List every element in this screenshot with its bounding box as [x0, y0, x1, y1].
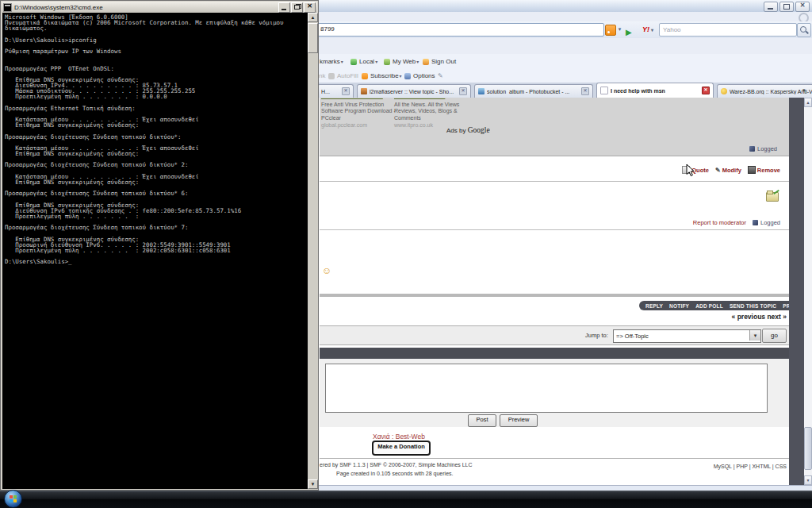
start-button[interactable] [4, 490, 22, 508]
tab-l2mafiaserver[interactable]: l2mafiaserver :: View topic - Sho... [357, 84, 471, 98]
page-scrollbar[interactable]: ▲ ▼ [804, 98, 812, 485]
tab-i-need-help-with-msn[interactable]: I need help with msn [596, 83, 714, 98]
tab-photobucket[interactable]: solution_album - Photobucket - ... [474, 84, 593, 98]
restore-icon[interactable] [291, 2, 303, 13]
subscribe-button[interactable]: Subscribe [362, 72, 402, 79]
ad-right[interactable]: Virus Removal Tool All the News. All the… [394, 98, 477, 129]
select-dropdown-icon[interactable] [749, 330, 760, 341]
ads-by-google-label[interactable]: Ads by Google [446, 126, 490, 134]
report-to-moderator-link[interactable]: Report to moderator [693, 219, 746, 226]
ad-title-link[interactable]: Virus Removal Tool [394, 98, 477, 100]
close-icon[interactable] [304, 2, 316, 13]
minimize-icon[interactable] [278, 2, 290, 13]
bookmarks-menu[interactable]: kmarks [320, 58, 343, 65]
powered-by-text: ered by SMF 1.1.3 | SMF © 2006-2007, Sim… [320, 462, 473, 468]
cmd-titlebar[interactable]: D:\Windows\system32\cmd.exe [2, 2, 317, 13]
google-logo: Google [468, 126, 490, 134]
post-divider [320, 156, 789, 156]
address-dropdown-icon[interactable] [616, 24, 623, 35]
sign-out-button[interactable]: Sign Out [423, 58, 456, 65]
mouse-cursor [685, 164, 695, 178]
my-web-icon [384, 59, 390, 65]
scroll-up-icon[interactable]: ▲ [804, 98, 812, 107]
options-button[interactable]: Options [404, 72, 435, 79]
post-divider [320, 181, 789, 182]
smiley-emoticon [322, 265, 331, 276]
subscribe-rss-icon [362, 73, 368, 79]
footer-divider [320, 458, 789, 459]
post-footer-links: Report to moderator Logged [320, 219, 780, 226]
page-side-border [789, 98, 804, 485]
cmd-icon [3, 3, 12, 12]
close-icon[interactable] [795, 2, 810, 12]
reply-button[interactable]: REPLY [645, 303, 663, 309]
preview-button[interactable]: Preview [500, 414, 538, 427]
autofill-icon [328, 73, 335, 79]
search-magnifier-icon[interactable] [797, 23, 811, 37]
ad-body: Free Anti Virus Protection Software Prog… [321, 102, 396, 121]
tab-close-icon[interactable] [342, 87, 350, 95]
post-button[interactable]: Post [468, 414, 496, 427]
yahoo-search-input[interactable]: Yahoo [659, 23, 797, 37]
cmd-output: Microsoft Windows [Έκδοση 6.0.6000] Πνευ… [5, 14, 284, 265]
l2mafiaserver-favicon [361, 88, 367, 94]
warez-bb-favicon [721, 88, 727, 94]
scrollbar-thumb[interactable] [308, 23, 318, 53]
logged-indicator: Logged [749, 145, 777, 152]
photobucket-favicon [478, 88, 485, 94]
ad-body: All the News. All the Views Reviews, Vid… [394, 102, 459, 121]
scroll-down-icon[interactable]: ▼ [804, 475, 812, 485]
rss-feed-icon[interactable] [605, 25, 616, 36]
scroll-up-icon[interactable]: ▲ [308, 13, 318, 22]
modify-link[interactable]: Modify [715, 167, 741, 174]
scroll-down-icon[interactable]: ▼ [308, 479, 318, 489]
site-link[interactable]: Χανιά : Best-Web [373, 433, 425, 441]
autofill-button[interactable]: AutoFill [328, 72, 358, 79]
edit-pencil-icon[interactable] [438, 72, 443, 79]
window-controls [764, 2, 810, 12]
tab-close-icon[interactable] [702, 87, 710, 94]
cmd-window[interactable]: D:\Windows\system32\cmd.exe Microsoft Wi… [0, 0, 319, 491]
remove-icon [748, 166, 756, 174]
jump-to-label: Jump to: [585, 332, 608, 339]
logged-icon [749, 146, 755, 152]
ad-left[interactable]: Free Anti Virus PCclear Free Anti Virus … [321, 98, 404, 129]
jump-to-select[interactable]: => Off-Topic [613, 329, 761, 343]
section-divider [320, 294, 789, 297]
restore-icon[interactable] [779, 2, 794, 12]
go-button[interactable] [626, 24, 638, 36]
tab-close-icon[interactable] [581, 87, 589, 95]
pagination-links[interactable]: « previous next » [555, 313, 787, 321]
post-divider [320, 229, 789, 230]
cmd-console[interactable]: Microsoft Windows [Έκδοση 6.0.6000] Πνευ… [2, 13, 308, 489]
cmd-window-controls [278, 2, 316, 13]
local-menu[interactable]: Local [350, 58, 377, 65]
tab-close-icon[interactable] [459, 87, 467, 95]
make-a-donation-button[interactable]: Make a Donation [372, 441, 431, 456]
attachment-folder-icon[interactable] [766, 192, 779, 202]
my-web-menu[interactable]: My Web [384, 58, 419, 65]
tab-list-dropdown-icon[interactable] [802, 87, 806, 94]
minimize-icon[interactable] [764, 2, 778, 12]
scrollbar-thumb[interactable] [804, 427, 812, 470]
tab-warez-bb[interactable]: Warez-BB.org :: Kaspersky Anti-V... [717, 84, 812, 98]
jump-go-button[interactable]: go [762, 329, 787, 343]
ad-title-link[interactable]: Free Anti Virus PCclear [321, 98, 404, 100]
cmd-scrollbar[interactable]: ▲ ▼ [308, 13, 318, 489]
yahoo-logo-icon[interactable]: Y! [642, 25, 653, 33]
page-stats-text: Page created in 0.105 seconds with 28 qu… [336, 471, 454, 476]
tab-1[interactable]: H... [317, 84, 354, 98]
logged-icon [753, 220, 758, 225]
windows-flag-icon [10, 495, 13, 498]
add-poll-button[interactable]: ADD POLL [695, 303, 723, 309]
send-topic-button[interactable]: SEND THIS TOPIC [730, 303, 776, 309]
search-placeholder: Yahoo [663, 26, 681, 33]
options-icon [404, 73, 411, 79]
validator-links[interactable]: MySQL | PHP | XHTML | CSS [555, 464, 787, 469]
ad-url: global.pcclear.com [321, 122, 404, 129]
quick-reply-textarea[interactable] [325, 364, 768, 413]
notify-button[interactable]: NOTIFY [669, 303, 689, 309]
address-bar-text: 8799 [320, 25, 335, 33]
cmd-title: D:\Windows\system32\cmd.exe [14, 4, 276, 11]
remove-link[interactable]: Remove [748, 166, 780, 174]
